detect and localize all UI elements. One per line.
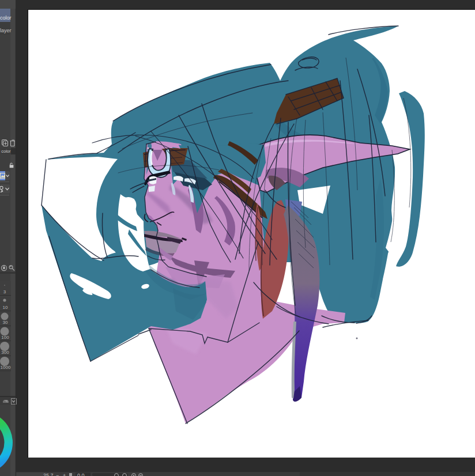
svg-text:10: 10 [3, 305, 8, 310]
svg-text:1000: 1000 [1, 365, 11, 370]
svg-text:30: 30 [3, 320, 8, 325]
svg-text:300: 300 [1, 350, 9, 355]
svg-text:3: 3 [3, 289, 6, 294]
svg-text:100: 100 [1, 335, 9, 340]
